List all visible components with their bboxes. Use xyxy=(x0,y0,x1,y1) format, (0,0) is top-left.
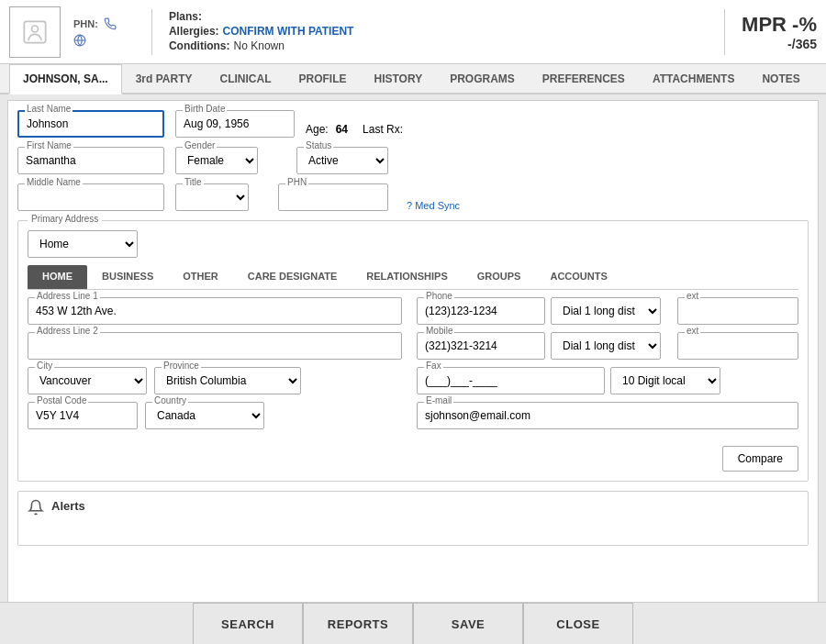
email-row: E-mail xyxy=(417,402,798,429)
middle-name-input[interactable] xyxy=(17,183,164,211)
top-bar: PHN: Plans: Allergies: CONFIRM WITH PATI… xyxy=(0,0,826,64)
conditions-label: Conditions: xyxy=(169,39,230,52)
phone-row: Phone Dial 1 long dist Local ext xyxy=(417,297,798,325)
tab-programs[interactable]: PROGRAMS xyxy=(436,64,529,94)
phn-input[interactable] xyxy=(278,183,388,211)
title-select[interactable]: Mr. Mrs. Ms. Dr. xyxy=(175,183,249,211)
allergies-value: CONFIRM WITH PATIENT xyxy=(223,25,354,38)
mobile-field: Mobile xyxy=(417,332,545,360)
sub-tab-bar: HOME BUSINESS OTHER CARE DESIGNATE RELAT… xyxy=(28,265,798,290)
tab-3rdparty[interactable]: 3rd PARTY xyxy=(122,64,206,94)
mobile-label: Mobile xyxy=(424,326,454,336)
last-name-label: Last Name xyxy=(25,104,73,114)
postal-field: Postal Code xyxy=(28,402,138,429)
mobile-dial-select[interactable]: Dial 1 long dist Local xyxy=(551,332,661,360)
email-input[interactable] xyxy=(417,402,798,429)
mobile-row: Mobile Dial 1 long dist Local ext xyxy=(417,332,798,360)
conditions-value: No Known xyxy=(234,39,285,52)
med-sync-link[interactable]: ? Med Sync xyxy=(407,200,460,211)
birth-date-input[interactable] xyxy=(175,110,295,138)
tab-attachments[interactable]: ATTACHMENTS xyxy=(639,64,749,94)
fax-field: Fax xyxy=(417,367,605,394)
tab-history[interactable]: HISTORY xyxy=(361,64,437,94)
address-line1-label: Address Line 1 xyxy=(35,291,100,301)
address-type-select[interactable]: Home Business Other xyxy=(28,230,138,258)
tab-notes[interactable]: NOTES xyxy=(748,64,813,94)
tab-profile[interactable]: PROFILE xyxy=(285,64,360,94)
address-right-col: Phone Dial 1 long dist Local ext xyxy=(413,297,798,472)
tab-preferences[interactable]: PREFERENCES xyxy=(529,64,639,94)
address-line2-input[interactable] xyxy=(28,332,402,360)
sub-tab-care-designate[interactable]: CARE DESIGNATE xyxy=(233,265,352,289)
main-content: Last Name Birth Date Age: 64 Last Rx: Fi… xyxy=(7,100,819,623)
address-grid: Address Line 1 Address Line 2 City Vanco… xyxy=(28,297,798,472)
fax-label: Fax xyxy=(424,361,443,371)
sub-tab-business[interactable]: BUSINESS xyxy=(87,265,168,289)
fax-format-select[interactable]: 10 Digit local Dial 1 long dist xyxy=(610,367,720,394)
mpr-days: -/365 xyxy=(742,37,817,51)
alerts-icon xyxy=(28,499,44,516)
phone-input[interactable] xyxy=(417,297,545,325)
phn-field: PHN xyxy=(278,183,388,211)
tab-johnson[interactable]: JOHNSON, SA... xyxy=(9,64,122,94)
row-name-dob: Last Name Birth Date Age: 64 Last Rx: xyxy=(17,110,809,138)
last-rx-label: Last Rx: xyxy=(363,123,403,136)
sub-tab-groups[interactable]: GROUPS xyxy=(463,265,536,289)
phone-label: Phone xyxy=(424,291,454,301)
status-label: Status xyxy=(304,140,333,150)
email-field: E-mail xyxy=(417,402,798,429)
sub-tab-relationships[interactable]: RELATIONSHIPS xyxy=(352,265,462,289)
email-label: E-mail xyxy=(424,395,453,405)
address-type-row: Home Business Other xyxy=(28,230,798,258)
sub-tab-home[interactable]: HOME xyxy=(28,265,87,289)
globe-icon xyxy=(73,34,86,47)
sub-tab-accounts[interactable]: ACCOUNTS xyxy=(535,265,621,289)
age-lastRx: Age: 64 Last Rx: xyxy=(306,123,403,138)
compare-button[interactable]: Compare xyxy=(722,446,798,472)
phone-icon xyxy=(104,17,117,30)
first-name-label: First Name xyxy=(25,140,73,150)
first-name-field: First Name xyxy=(17,147,164,174)
mobile-ext-input[interactable] xyxy=(677,332,798,360)
address-line1-field: Address Line 1 xyxy=(28,297,402,325)
phn-label: PHN: xyxy=(73,18,98,29)
phn-field-label: PHN xyxy=(285,177,308,187)
search-button[interactable]: SEARCH xyxy=(193,603,303,644)
address-type-field: Home Business Other xyxy=(28,230,147,258)
province-field: Province British Columbia Ontario Albert… xyxy=(154,367,301,394)
city-select[interactable]: Vancouver Victoria Burnaby xyxy=(28,367,147,394)
mobile-input[interactable] xyxy=(417,332,545,360)
title-label: Title xyxy=(183,177,204,187)
row-firstname-gender-status: First Name Gender Female Male Other Stat… xyxy=(17,147,809,174)
fax-input[interactable] xyxy=(417,367,605,394)
title-field: Title Mr. Mrs. Ms. Dr. xyxy=(175,183,267,211)
address-line1-input[interactable] xyxy=(28,297,402,325)
province-select[interactable]: British Columbia Ontario Alberta xyxy=(154,367,301,394)
reports-button[interactable]: REPORTS xyxy=(303,603,413,644)
patient-photo[interactable] xyxy=(9,6,61,58)
alerts-title: Alerts xyxy=(51,499,85,513)
primary-address-label: Primary Address xyxy=(28,214,102,224)
postal-input[interactable] xyxy=(28,402,138,429)
phone-dial-select[interactable]: Dial 1 long dist Local xyxy=(551,297,661,325)
address-line2-label: Address Line 2 xyxy=(35,326,100,336)
save-button[interactable]: SAVE xyxy=(413,603,523,644)
tab-clinical[interactable]: CLINICAL xyxy=(206,64,285,94)
sub-tab-other[interactable]: OTHER xyxy=(168,265,233,289)
middle-name-label: Middle Name xyxy=(25,177,83,187)
close-button[interactable]: CLOSE xyxy=(523,603,633,644)
last-name-input[interactable] xyxy=(17,110,164,138)
tab-bar: JOHNSON, SA... 3rd PARTY CLINICAL PROFIL… xyxy=(0,64,826,94)
country-field: Country Canada United States xyxy=(145,402,264,429)
bottom-bar: SEARCH REPORTS SAVE CLOSE xyxy=(0,602,826,644)
phone-ext-input[interactable] xyxy=(677,297,798,325)
status-select[interactable]: Active Inactive Deceased xyxy=(296,147,388,174)
svg-point-1 xyxy=(32,26,39,32)
phone-field: Phone xyxy=(417,297,545,325)
first-name-input[interactable] xyxy=(17,147,164,174)
gender-select[interactable]: Female Male Other xyxy=(175,147,258,174)
city-field: City Vancouver Victoria Burnaby xyxy=(28,367,147,394)
mobile-ext-field: ext xyxy=(677,332,798,360)
postal-label: Postal Code xyxy=(35,395,88,405)
country-select[interactable]: Canada United States xyxy=(145,402,264,429)
